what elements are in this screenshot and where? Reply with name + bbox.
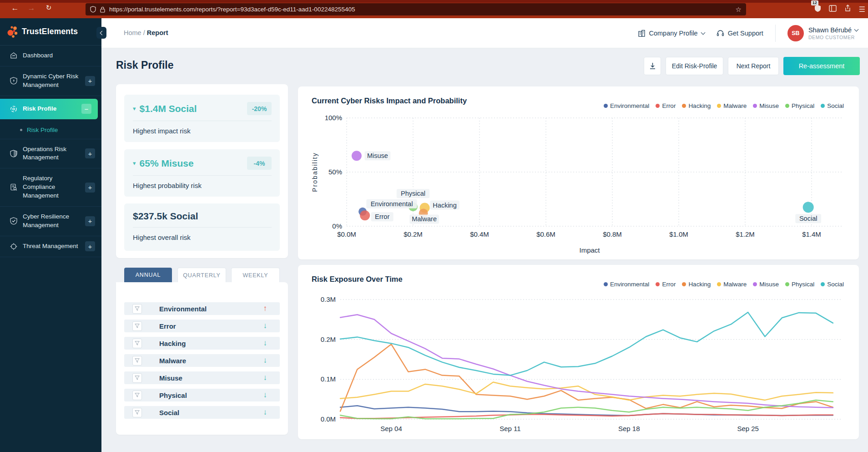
filter-funnel-icon[interactable] [132,391,142,400]
sidebar: TrustElements Dashboard Dynamic Cyber Ri… [0,18,101,452]
svg-text:$1.2M: $1.2M [736,230,755,238]
share-icon[interactable] [844,5,851,14]
filter-funnel-icon[interactable] [132,356,142,366]
risk-row-error[interactable]: Error ↓ [124,320,280,332]
sidebar-item-dashboard[interactable]: Dashboard [0,46,101,66]
svg-text:100%: 100% [325,114,342,122]
risk-row-misuse[interactable]: Misuse ↓ [124,371,280,384]
svg-text:$1.4M: $1.4M [802,230,821,238]
lock-icon [100,6,105,13]
page-title: Risk Profile [116,59,174,71]
stat-caption: Highest impact risk [133,127,272,135]
shield-half-icon [10,150,17,157]
stat-caption: Highest overall risk [133,234,272,241]
svg-text:0.1M: 0.1M [321,375,336,383]
trend-arrow: ↓ [263,321,267,330]
bullet-icon [20,129,22,131]
expand-button[interactable]: + [85,76,95,86]
filter-funnel-icon[interactable] [132,373,142,383]
app-header: Home / Report Company Profile Get Suppor… [101,18,868,48]
avatar[interactable]: SB [787,25,804,41]
svg-text:$0.6M: $0.6M [536,230,555,238]
download-report-button[interactable] [644,57,661,75]
expand-button[interactable]: + [85,183,95,193]
tab-quarterly[interactable]: QUARTERLY [177,268,226,282]
risk-row-physical[interactable]: Physical ↓ [124,389,280,401]
user-menu[interactable]: SB Shawn Bérubé DEMO CUSTOMER [787,25,858,41]
chevron-down-icon [854,27,859,32]
sidebar-item-cyber-resilience[interactable]: Cyber Resilience Management + [0,207,101,236]
sidebar-item-risk-profile[interactable]: Risk Profile − [0,99,98,119]
sidebar-toggle-icon[interactable] [829,5,837,14]
forward-icon[interactable]: → [25,4,37,13]
sidebar-collapse-button[interactable] [96,27,106,39]
tab-weekly[interactable]: WEEKLY [231,268,280,282]
svg-text:Sep 04: Sep 04 [380,425,402,432]
trend-arrow: ↓ [263,391,267,400]
company-profile-menu[interactable]: Company Profile [638,30,705,37]
svg-text:Physical: Physical [401,190,425,197]
next-report-button[interactable]: Next Report [728,57,779,75]
get-support-link[interactable]: Get Support [717,30,763,37]
document-search-icon [10,183,17,191]
collapse-section-button[interactable]: − [81,104,91,114]
filter-funnel-icon[interactable] [132,339,142,348]
svg-text:Environmental: Environmental [371,200,413,208]
re-assessment-button[interactable]: Re-assessment [783,57,860,75]
sidebar-item-dynamic-cyber-risk[interactable]: Dynamic Cyber Risk Management + [0,66,101,96]
breadcrumb-home[interactable]: Home [124,29,141,36]
svg-text:Sep 18: Sep 18 [618,425,640,432]
menu-icon[interactable]: ☰ [859,5,865,14]
filter-funnel-icon[interactable] [132,408,142,417]
risk-row-environmental[interactable]: Environmental ↑ [124,302,280,315]
filter-funnel-icon[interactable] [132,304,142,314]
filter-funnel-icon[interactable] [132,321,142,331]
stat-change-badge: -20% [247,102,272,115]
divider [133,121,272,121]
chevron-down-icon [701,30,705,35]
trend-arrow: ↓ [263,373,267,382]
expand-button[interactable]: + [85,241,95,251]
user-role: DEMO CUSTOMER [808,35,858,40]
url-text: https://portal.trustelements.com/reports… [109,6,732,13]
stat-value: $1.4M Social [140,103,197,114]
svg-text:0%: 0% [332,222,342,230]
risk-row-hacking[interactable]: Hacking ↓ [124,337,280,350]
edit-risk-profile-button[interactable]: Edit Risk-Profile [666,57,723,75]
sidebar-item-regulatory-compliance[interactable]: Regulatory Compliance Management + [0,168,101,207]
svg-text:$0.0M: $0.0M [337,230,356,238]
sidebar-item-threat-management[interactable]: Threat Management + [0,236,101,257]
expand-button[interactable]: + [85,216,95,226]
address-bar[interactable]: https://portal.trustelements.com/reports… [86,3,746,15]
header-divider [775,25,776,42]
reload-icon[interactable]: ↻ [43,4,55,12]
svg-text:$1.0M: $1.0M [669,230,688,238]
svg-text:$0.8M: $0.8M [603,230,622,238]
trend-arrow: ↑ [263,304,267,313]
bookmark-star-icon[interactable]: ☆ [736,5,742,14]
svg-text:Malware: Malware [412,215,437,223]
highest-overall-card: $237.5k Social Highest overall risk [124,203,280,251]
adblock-extension-icon[interactable]: 12 [814,5,821,14]
tab-annual[interactable]: ANNUAL [124,268,172,282]
svg-text:Error: Error [375,213,389,220]
trend-arrow: ↓ [263,408,267,417]
risk-filter-panel: Environmental ↑ Error ↓ Hacking ↓ Malwar… [116,282,288,435]
crosshair-icon [10,243,17,250]
line-plot: 0.0M0.1M0.2M0.3MSep 04Sep 11Sep 18Sep 25 [298,265,859,439]
divider [133,227,272,228]
back-icon[interactable]: ← [9,4,21,13]
trend-arrow: ↓ [263,339,267,348]
svg-text:0.3M: 0.3M [321,295,336,303]
svg-text:Sep 25: Sep 25 [737,425,759,432]
risk-row-malware[interactable]: Malware ↓ [124,354,280,367]
svg-text:Social: Social [799,215,818,222]
download-icon [649,62,656,70]
sidebar-item-operations-risk[interactable]: Operations Risk Management + [0,139,101,169]
expand-button[interactable]: + [85,148,95,158]
sidebar-subitem-risk-profile[interactable]: Risk Profile [0,122,101,139]
risk-row-social[interactable]: Social ↓ [124,406,280,419]
tracking-shield-icon [90,6,96,13]
stat-value: 65% Misuse [140,158,194,169]
breadcrumb: Home / Report [124,29,168,36]
